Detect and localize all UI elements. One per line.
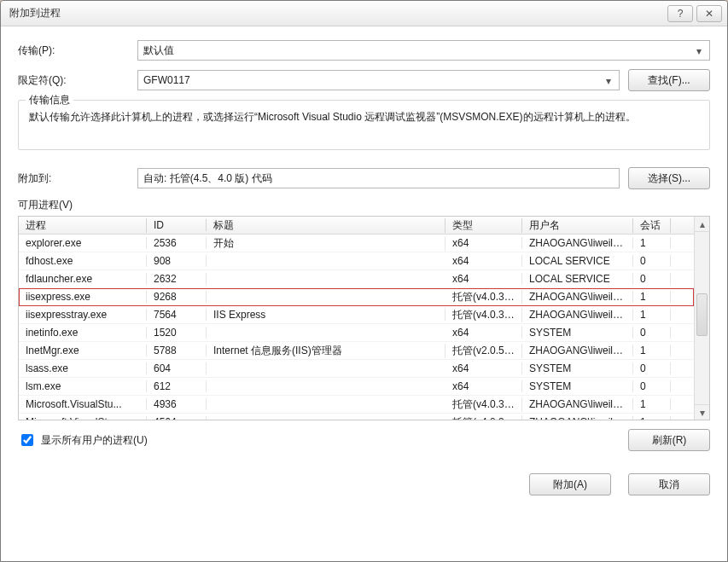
cell: iisexpress.exe bbox=[19, 291, 147, 303]
cell: 1 bbox=[633, 398, 671, 410]
table-row[interactable]: lsm.exe612x64SYSTEM0 bbox=[19, 378, 694, 396]
chevron-down-icon: ▾ bbox=[602, 74, 615, 88]
cell: 604 bbox=[147, 362, 207, 374]
cell: ZHAOGANG\liweilo... bbox=[522, 345, 633, 356]
col-session[interactable]: 会话 bbox=[633, 218, 671, 233]
transport-info-group: 传输信息 默认传输允许选择此计算机上的进程，或选择运行“Microsoft Vi… bbox=[18, 100, 710, 150]
cell: 7564 bbox=[147, 309, 207, 321]
attach-to-value: 自动: 托管(4.5、4.0 版) 代码 bbox=[143, 171, 272, 186]
cell: 开始 bbox=[207, 236, 446, 251]
show-all-users-label: 显示所有用户的进程(U) bbox=[41, 433, 148, 448]
cell: 5788 bbox=[147, 345, 207, 356]
cell: 托管(v4.0.30... bbox=[446, 290, 522, 304]
cell: 0 bbox=[633, 255, 671, 267]
cell: SYSTEM bbox=[522, 380, 633, 392]
col-process[interactable]: 进程 bbox=[19, 218, 147, 233]
transport-info-text: 默认传输允许选择此计算机上的进程，或选择运行“Microsoft Visual … bbox=[29, 109, 699, 125]
dialog-body: 传输(P): 默认值 ▾ 限定符(Q): GFW0117 ▾ 查找(F)... … bbox=[1, 26, 727, 461]
titlebar[interactable]: 附加到进程 ? ✕ bbox=[1, 1, 727, 26]
cell: IIS Express bbox=[207, 309, 446, 321]
table-body: explorer.exe2536开始x64ZHAOGANG\liweilo...… bbox=[19, 235, 694, 420]
cell: fdhost.exe bbox=[19, 255, 147, 267]
cell: 1 bbox=[633, 345, 671, 356]
attach-to-row: 附加到: 自动: 托管(4.5、4.0 版) 代码 选择(S)... bbox=[18, 167, 710, 189]
select-button[interactable]: 选择(S)... bbox=[628, 167, 710, 189]
cell: SYSTEM bbox=[522, 327, 633, 339]
cell: 908 bbox=[147, 255, 207, 267]
cell: explorer.exe bbox=[19, 237, 147, 249]
table-row[interactable]: inetinfo.exe1520x64SYSTEM0 bbox=[19, 324, 694, 342]
cell: LOCAL SERVICE bbox=[522, 273, 633, 285]
cell: iisexpresstray.exe bbox=[19, 309, 147, 321]
cell: 1 bbox=[633, 291, 671, 303]
col-title[interactable]: 标题 bbox=[207, 218, 446, 233]
attach-to-process-dialog: 附加到进程 ? ✕ 传输(P): 默认值 ▾ 限定符(Q): GFW0117 ▾… bbox=[0, 0, 728, 562]
cell: SYSTEM bbox=[522, 362, 633, 374]
cell: 612 bbox=[147, 380, 207, 392]
cell: x64 bbox=[446, 327, 522, 339]
cell: 1520 bbox=[147, 327, 207, 339]
show-all-users-checkbox[interactable]: 显示所有用户的进程(U) bbox=[18, 432, 148, 449]
col-type[interactable]: 类型 bbox=[446, 218, 522, 233]
cell: LOCAL SERVICE bbox=[522, 255, 633, 267]
attach-to-field: 自动: 托管(4.5、4.0 版) 代码 bbox=[137, 168, 620, 188]
cell: Internet 信息服务(IIS)管理器 bbox=[207, 344, 446, 358]
cell: ZHAOGANG\liweilo... bbox=[522, 398, 633, 410]
cell: 0 bbox=[633, 273, 671, 285]
table-row[interactable]: Microsoft.VisualStu...4936托管(v4.0.30...Z… bbox=[19, 396, 694, 414]
find-button[interactable]: 查找(F)... bbox=[628, 69, 710, 91]
cell: 1 bbox=[633, 237, 671, 249]
cell: 0 bbox=[633, 327, 671, 339]
close-icon[interactable]: ✕ bbox=[696, 5, 722, 22]
qualifier-combo[interactable]: GFW0117 ▾ bbox=[137, 70, 620, 90]
cell: 托管(v4.0.30... bbox=[446, 415, 522, 420]
cell: ZHAOGANG\liweilo... bbox=[522, 416, 633, 420]
cell: x64 bbox=[446, 273, 522, 285]
cell: 0 bbox=[633, 362, 671, 374]
attach-button[interactable]: 附加(A) bbox=[529, 473, 611, 495]
table-row[interactable]: iisexpress.exe9268托管(v4.0.30...ZHAOGANG\… bbox=[19, 288, 694, 306]
scroll-up-icon[interactable]: ▴ bbox=[695, 217, 709, 232]
table-row[interactable]: InetMgr.exe5788Internet 信息服务(IIS)管理器托管(v… bbox=[19, 342, 694, 360]
table-row[interactable]: iisexpresstray.exe7564IIS Express托管(v4.0… bbox=[19, 306, 694, 324]
table-row[interactable]: explorer.exe2536开始x64ZHAOGANG\liweilo...… bbox=[19, 235, 694, 252]
transport-row: 传输(P): 默认值 ▾ bbox=[18, 40, 710, 61]
table-row[interactable]: fdlauncher.exe2632x64LOCAL SERVICE0 bbox=[19, 270, 694, 288]
cell: InetMgr.exe bbox=[19, 345, 147, 356]
cancel-button[interactable]: 取消 bbox=[628, 473, 710, 495]
process-table: 进程 ID 标题 类型 用户名 会话 explorer.exe2536开始x64… bbox=[18, 216, 710, 420]
cell: 9268 bbox=[147, 291, 207, 303]
scroll-thumb[interactable] bbox=[696, 293, 708, 336]
cell: lsass.exe bbox=[19, 362, 147, 374]
cell: 4564 bbox=[147, 416, 207, 420]
cell: ZHAOGANG\liweilo... bbox=[522, 291, 633, 303]
qualifier-label: 限定符(Q): bbox=[18, 73, 137, 88]
show-all-users-input[interactable] bbox=[21, 434, 33, 446]
cell: 0 bbox=[633, 380, 671, 392]
scrollbar[interactable]: ▴ ▾ bbox=[694, 217, 709, 420]
transport-info-legend: 传输信息 bbox=[26, 93, 73, 107]
cell: fdlauncher.exe bbox=[19, 273, 147, 285]
transport-value: 默认值 bbox=[143, 43, 174, 58]
table-row[interactable]: Microsoft.VisualStu...4564托管(v4.0.30...Z… bbox=[19, 414, 694, 420]
table-header[interactable]: 进程 ID 标题 类型 用户名 会话 bbox=[19, 217, 694, 235]
cell: 托管(v2.0.50... bbox=[446, 344, 522, 358]
cell: x64 bbox=[446, 380, 522, 392]
col-user[interactable]: 用户名 bbox=[522, 218, 633, 233]
refresh-button[interactable]: 刷新(R) bbox=[628, 429, 710, 451]
cell: 2632 bbox=[147, 273, 207, 285]
cell: 1 bbox=[633, 416, 671, 420]
table-row[interactable]: lsass.exe604x64SYSTEM0 bbox=[19, 360, 694, 378]
cell: x64 bbox=[446, 362, 522, 374]
cell: ZHAOGANG\liweilo... bbox=[522, 309, 633, 321]
col-id[interactable]: ID bbox=[147, 219, 207, 231]
table-row[interactable]: fdhost.exe908x64LOCAL SERVICE0 bbox=[19, 252, 694, 270]
transport-combo[interactable]: 默认值 ▾ bbox=[137, 40, 710, 61]
cell: x64 bbox=[446, 255, 522, 267]
cell: 托管(v4.0.30... bbox=[446, 397, 522, 412]
scroll-down-icon[interactable]: ▾ bbox=[695, 404, 709, 420]
help-icon[interactable]: ? bbox=[667, 5, 693, 22]
cell: 4936 bbox=[147, 398, 207, 410]
cell: 托管(v4.0.30... bbox=[446, 308, 522, 322]
window-title: 附加到进程 bbox=[9, 6, 664, 20]
